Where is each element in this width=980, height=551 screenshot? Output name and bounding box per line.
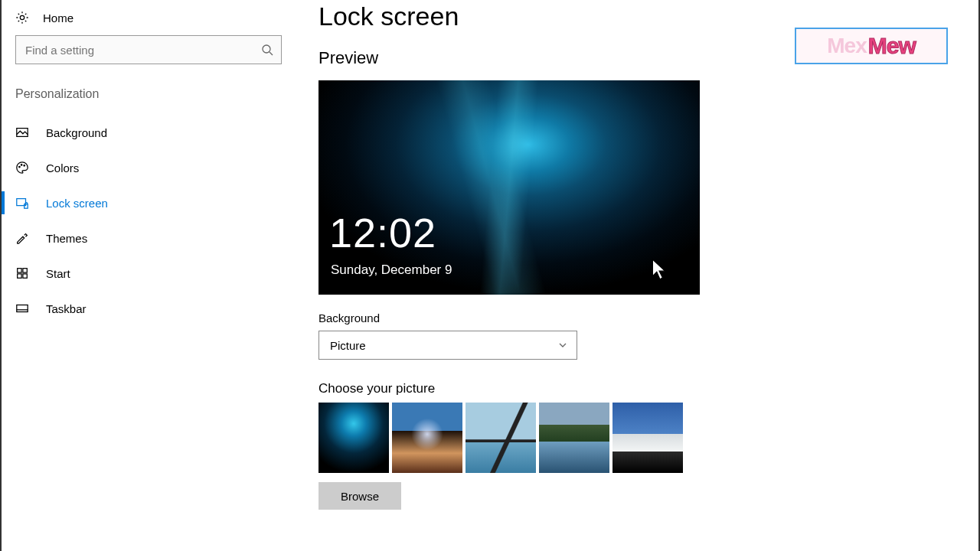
dropdown-value: Picture [330, 339, 366, 352]
picture-thumbnails [318, 403, 960, 473]
background-dropdown[interactable]: Picture [318, 331, 577, 360]
start-icon [15, 266, 29, 280]
svg-point-5 [24, 165, 24, 166]
search-input-container[interactable] [15, 35, 282, 64]
sidebar-item-label: Background [46, 126, 107, 139]
svg-point-3 [19, 166, 20, 167]
choose-picture-label: Choose your picture [318, 381, 960, 396]
sidebar-item-taskbar[interactable]: Taskbar [15, 291, 286, 326]
browse-button[interactable]: Browse [318, 482, 401, 510]
search-icon [261, 44, 273, 56]
taskbar-icon [15, 302, 29, 315]
watermark-badge: Mex Mew [795, 28, 948, 64]
sidebar-item-themes[interactable]: Themes [15, 220, 286, 256]
svg-point-1 [263, 45, 270, 53]
gear-icon [15, 11, 29, 24]
svg-rect-8 [18, 269, 21, 272]
sidebar-item-colors[interactable]: Colors [15, 150, 286, 185]
chevron-down-icon [558, 341, 567, 350]
sidebar-item-label: Taskbar [46, 302, 87, 315]
section-header: Personalization [15, 87, 286, 101]
lock-screen-icon [15, 196, 29, 210]
watermark-text-2: Mew [868, 33, 916, 59]
search-input[interactable] [25, 44, 261, 57]
sidebar-item-start[interactable]: Start [15, 256, 286, 291]
lock-screen-preview: 12:02 Sunday, December 9 [318, 80, 700, 295]
sidebar-item-label: Lock screen [46, 197, 108, 210]
svg-rect-11 [23, 274, 27, 278]
sidebar: Home Personalization Background [2, 0, 300, 551]
svg-point-4 [21, 165, 21, 165]
sidebar-item-label: Themes [46, 232, 87, 245]
picture-thumbnail[interactable] [392, 403, 462, 473]
svg-point-0 [20, 15, 24, 19]
picture-thumbnail[interactable] [318, 403, 389, 473]
picture-thumbnail[interactable] [466, 403, 536, 473]
cursor-icon [651, 258, 668, 281]
picture-thumbnail[interactable] [539, 403, 609, 473]
preview-time: 12:02 [329, 209, 436, 256]
sidebar-item-label: Colors [46, 161, 79, 174]
sidebar-item-label: Start [46, 267, 70, 280]
sidebar-item-background[interactable]: Background [15, 115, 286, 150]
background-label: Background [318, 311, 960, 324]
svg-rect-12 [17, 305, 28, 312]
palette-icon [15, 161, 29, 174]
sidebar-item-lock-screen[interactable]: Lock screen [15, 185, 286, 220]
svg-rect-10 [18, 274, 21, 278]
themes-icon [15, 231, 29, 245]
main-content: Lock screen Preview 12:02 Sunday, Decemb… [300, 0, 978, 551]
home-label: Home [43, 11, 74, 24]
picture-icon [15, 126, 29, 139]
watermark-text-1: Mex [827, 34, 866, 58]
picture-thumbnail[interactable] [612, 403, 683, 473]
preview-date: Sunday, December 9 [331, 262, 452, 278]
home-link[interactable]: Home [15, 8, 286, 35]
svg-rect-9 [23, 269, 27, 272]
